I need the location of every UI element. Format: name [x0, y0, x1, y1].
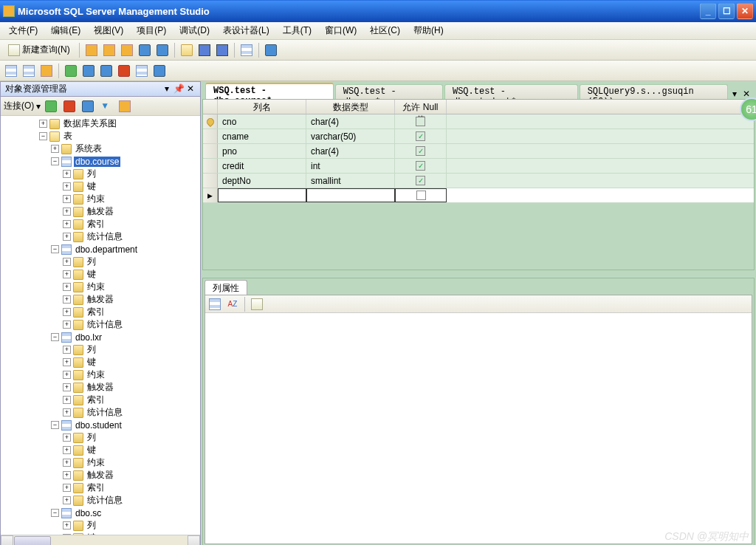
tree-node[interactable]: +系统表	[1, 143, 200, 155]
cell-type-input[interactable]	[306, 188, 395, 202]
col-header-name[interactable]: 列名	[218, 100, 306, 114]
expand-icon[interactable]: +	[63, 433, 71, 442]
tree-node[interactable]: +索引	[1, 218, 200, 230]
row-selector[interactable]	[203, 174, 218, 188]
props-cat-button[interactable]	[207, 296, 223, 312]
maximize-button[interactable]: ☐	[718, 3, 735, 19]
expand-icon[interactable]: +	[63, 408, 71, 417]
menu-community[interactable]: 社区(C)	[364, 22, 406, 39]
row-selector[interactable]: ▶	[203, 188, 218, 202]
expand-icon[interactable]: +	[63, 321, 71, 329]
collapse-icon[interactable]: −	[51, 245, 59, 253]
collapse-icon[interactable]: −	[51, 333, 59, 341]
column-row[interactable]: creditint✓	[203, 159, 754, 174]
tab-student[interactable]: WSQ.test - dbo.student*	[444, 84, 578, 99]
menu-help[interactable]: 帮助(H)	[408, 22, 450, 39]
menu-designer[interactable]: 表设计器(L)	[217, 22, 275, 39]
tree-node[interactable]: +键	[1, 268, 200, 281]
expand-icon[interactable]: +	[63, 446, 71, 454]
td-btn-4[interactable]	[63, 63, 79, 79]
expand-icon[interactable]: +	[63, 459, 71, 467]
tree-node[interactable]: +列	[1, 168, 200, 180]
cell-null[interactable]: ✓	[395, 144, 447, 158]
new-column-row[interactable]: ▶	[203, 188, 754, 203]
null-checkbox[interactable]: ✓	[416, 176, 425, 185]
saveall-button[interactable]	[214, 42, 230, 58]
column-row[interactable]: pnochar(4)✓	[203, 144, 754, 159]
tree-node[interactable]: +统计信息	[1, 406, 200, 419]
td-btn-9[interactable]	[151, 63, 168, 79]
menu-debug[interactable]: 调试(D)	[173, 22, 216, 39]
tree-node[interactable]: +统计信息	[1, 230, 200, 243]
expand-icon[interactable]: +	[63, 308, 71, 316]
null-checkbox[interactable]: ✓	[416, 146, 425, 156]
horizontal-splitter[interactable]	[202, 270, 755, 275]
col-header-null[interactable]: 允许 Null 值	[395, 100, 447, 114]
tree-node[interactable]: +索引	[1, 394, 200, 406]
td-btn-2[interactable]	[21, 63, 37, 79]
tree-node[interactable]: +索引	[1, 481, 200, 494]
null-checkbox[interactable]	[416, 117, 425, 126]
tree-node[interactable]: +列	[1, 519, 200, 532]
tb-btn-5[interactable]	[154, 42, 171, 58]
new-query-button[interactable]: 新建查询(N)	[3, 42, 75, 58]
cell-name[interactable]: deptNo	[218, 174, 306, 188]
td-btn-6[interactable]	[98, 63, 114, 79]
cell-name[interactable]: cno	[218, 114, 306, 128]
explorer-hscrollbar[interactable]	[1, 535, 200, 545]
cell-null[interactable]	[395, 188, 447, 202]
td-btn-7[interactable]	[116, 63, 132, 79]
scroll-thumb[interactable]	[14, 536, 51, 545]
tb-btn-act[interactable]	[263, 42, 279, 58]
tree-node[interactable]: +列	[1, 343, 200, 356]
cell-name-input[interactable]	[218, 188, 306, 202]
column-row[interactable]: deptNosmallint✓	[203, 174, 754, 188]
panel-dropdown-icon[interactable]: ▾	[162, 84, 172, 95]
tree-node[interactable]: +数据库关系图	[1, 117, 200, 130]
cell-type[interactable]: smallint	[306, 174, 395, 188]
tree-node[interactable]: +约束	[1, 193, 200, 205]
column-row[interactable]: cnamevarchar(50)✓	[203, 129, 754, 144]
tree-node[interactable]: −dbo.department	[1, 243, 200, 256]
tab-course[interactable]: WSQ.test - dbo.course*	[205, 83, 334, 99]
cell-type[interactable]: int	[306, 159, 395, 173]
tree-node[interactable]: +键	[1, 444, 200, 456]
collapse-icon[interactable]: −	[51, 509, 59, 517]
cell-name[interactable]: pno	[218, 144, 306, 158]
expand-icon[interactable]: +	[51, 145, 59, 153]
cell-null[interactable]: ✓	[395, 159, 447, 173]
cell-null[interactable]: ✓	[395, 174, 447, 188]
collapse-icon[interactable]: −	[51, 421, 59, 429]
tree-node[interactable]: +触发器	[1, 381, 200, 394]
cell-type[interactable]: char(4)	[306, 144, 395, 158]
expand-icon[interactable]: +	[63, 471, 71, 479]
tree-node[interactable]: +约束	[1, 369, 200, 381]
tree-node[interactable]: +键	[1, 356, 200, 369]
expand-icon[interactable]: +	[63, 383, 71, 391]
tb-btn-3[interactable]	[119, 42, 135, 58]
props-az-button[interactable]: AZ	[224, 296, 241, 312]
expand-icon[interactable]: +	[63, 170, 71, 178]
tree-node[interactable]: −表	[1, 130, 200, 143]
open-button[interactable]	[179, 42, 195, 58]
tree-node[interactable]: −dbo.sc	[1, 507, 200, 519]
panel-pin-icon[interactable]: 📌	[173, 84, 184, 95]
null-checkbox[interactable]: ✓	[416, 161, 425, 171]
tree-node[interactable]: +统计信息	[1, 318, 200, 331]
expand-icon[interactable]: +	[63, 346, 71, 354]
menu-view[interactable]: 视图(V)	[88, 22, 129, 39]
menu-project[interactable]: 项目(P)	[131, 22, 172, 39]
minimize-button[interactable]: _	[700, 3, 716, 19]
expand-icon[interactable]: +	[39, 120, 47, 128]
menu-window[interactable]: 窗口(W)	[319, 22, 362, 39]
expand-icon[interactable]: +	[63, 195, 71, 203]
save-button[interactable]	[196, 42, 213, 58]
close-button[interactable]: ✕	[737, 3, 753, 19]
props-tab[interactable]: 列属性	[205, 280, 247, 295]
props-page-button[interactable]	[249, 296, 265, 312]
row-selector[interactable]	[203, 114, 218, 128]
td-btn-5[interactable]	[80, 63, 97, 79]
row-selector[interactable]	[203, 144, 218, 158]
tree-node[interactable]: +统计信息	[1, 494, 200, 507]
cell-null[interactable]: ✓	[395, 129, 447, 143]
